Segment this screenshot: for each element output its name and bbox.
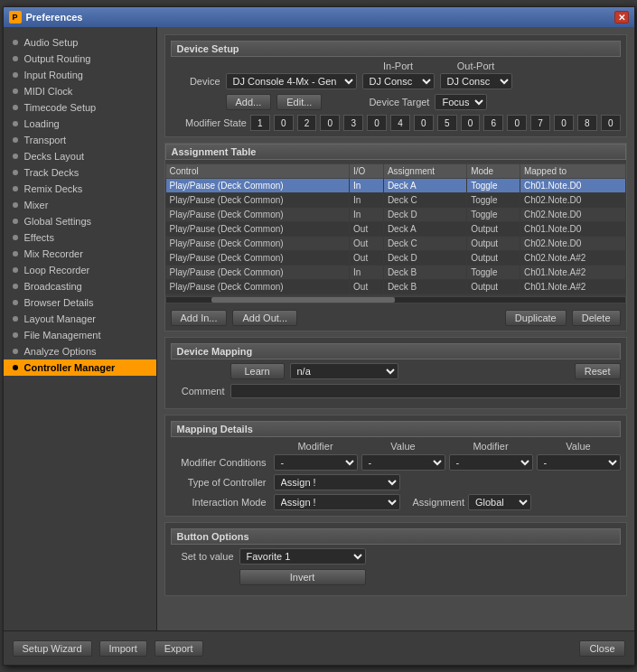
table-row[interactable]: Play/Pause (Deck Common)InDeck DToggleCh… xyxy=(165,208,625,222)
sidebar-item-12[interactable]: Effects xyxy=(4,229,156,246)
sidebar-item-18[interactable]: File Management xyxy=(4,327,156,343)
outport-select[interactable]: DJ Consc xyxy=(440,73,512,89)
table-row[interactable]: Play/Pause (Deck Common)OutDeck COutputC… xyxy=(165,237,625,251)
sidebar-dot-20 xyxy=(13,365,18,370)
mod8-val[interactable]: 0 xyxy=(601,115,621,131)
device-select[interactable]: DJ Console 4-Mx - Gen xyxy=(226,73,357,89)
mod1-val[interactable]: 0 xyxy=(274,115,294,131)
mod6-num: 6 xyxy=(483,115,503,131)
window-close-button[interactable]: ✕ xyxy=(614,11,629,23)
sidebar-label-11: Global Settings xyxy=(24,216,92,227)
duplicate-button[interactable]: Duplicate xyxy=(505,310,567,326)
sidebar-item-17[interactable]: Layout Manager xyxy=(4,311,156,327)
inport-select[interactable]: DJ Consc xyxy=(362,73,435,89)
table-left-buttons: Add In... Add Out... xyxy=(171,310,298,326)
add-in-button[interactable]: Add In... xyxy=(171,310,228,326)
edit-button[interactable]: Edit... xyxy=(276,94,322,110)
modifier-conditions-label: Modifier Conditions xyxy=(171,457,270,468)
assignment-table-header: Assignment Table xyxy=(165,144,626,160)
sidebar-dot-13 xyxy=(13,251,18,257)
device-target-label: Device Target xyxy=(369,97,429,107)
mod-cond-val1[interactable]: - xyxy=(361,454,445,471)
interaction-mode-select[interactable]: Assign ! xyxy=(274,494,400,510)
sidebar-item-19[interactable]: Analyze Options xyxy=(4,343,156,359)
sidebar-item-2[interactable]: Input Routing xyxy=(4,67,156,83)
mod-cond-select2[interactable]: - xyxy=(449,454,533,471)
sidebar-dot-18 xyxy=(13,332,18,338)
assignment-table-section: Assignment Table Control I/O Assignment … xyxy=(164,143,627,331)
sidebar-item-6[interactable]: Transport xyxy=(4,132,156,148)
close-button[interactable]: Close xyxy=(579,640,624,657)
sidebar-dot-16 xyxy=(13,300,18,305)
mod-cond-val2[interactable]: - xyxy=(537,454,621,471)
set-to-value-select[interactable]: Favorite 1 xyxy=(239,548,366,565)
learn-button[interactable]: Learn xyxy=(230,363,285,379)
device-mapping-section: Device Mapping Learn n/a Reset Comment xyxy=(164,337,627,409)
mod6-val[interactable]: 0 xyxy=(507,115,527,131)
device-mapping-header: Device Mapping xyxy=(171,343,621,359)
button-options-section: Button Options Set to value Favorite 1 I… xyxy=(164,522,627,596)
sidebar-label-9: Remix Decks xyxy=(24,183,83,194)
table-scrollbar[interactable] xyxy=(165,296,626,303)
sidebar-item-7[interactable]: Decks Layout xyxy=(4,148,156,164)
mod2-val[interactable]: 0 xyxy=(320,115,340,131)
sidebar-item-9[interactable]: Remix Decks xyxy=(4,181,156,197)
table-row[interactable]: Play/Pause (Deck Common)OutDeck BOutputC… xyxy=(165,280,625,294)
sidebar-item-15[interactable]: Broadcasting xyxy=(4,278,156,294)
device-target-select[interactable]: Focus xyxy=(435,94,487,110)
table-row[interactable]: Play/Pause (Deck Common)InDeck BToggleCh… xyxy=(165,266,625,280)
mod5-val[interactable]: 0 xyxy=(461,115,481,131)
mod1-num: 1 xyxy=(250,115,270,131)
mod7-val[interactable]: 0 xyxy=(554,115,574,131)
table-row[interactable]: Play/Pause (Deck Common)InDeck CToggleCh… xyxy=(165,193,625,208)
assignment-label: Assignment xyxy=(413,497,464,508)
table-row[interactable]: Play/Pause (Deck Common)InDeck AToggleCh… xyxy=(165,179,625,193)
modifier-col-header1: Modifier xyxy=(274,441,358,452)
sidebar-label-3: MIDI Clock xyxy=(24,86,73,97)
sidebar-item-1[interactable]: Output Routing xyxy=(4,51,156,67)
sidebar-item-13[interactable]: Mix Recorder xyxy=(4,246,156,262)
assignment-select[interactable]: Global xyxy=(468,494,531,510)
button-options-header: Button Options xyxy=(171,528,621,545)
sidebar: Audio SetupOutput RoutingInput RoutingMI… xyxy=(4,27,157,630)
comment-input[interactable] xyxy=(230,384,621,398)
col-mode: Mode xyxy=(467,164,520,179)
add-button[interactable]: Add... xyxy=(226,94,272,110)
table-row[interactable]: Play/Pause (Deck Common)OutDeck AOutputC… xyxy=(165,222,625,237)
mapping-value-select[interactable]: n/a xyxy=(290,363,398,379)
device-setup-header: Device Setup xyxy=(171,41,621,57)
reset-button[interactable]: Reset xyxy=(575,363,621,379)
sidebar-item-4[interactable]: Timecode Setup xyxy=(4,99,156,116)
delete-button[interactable]: Delete xyxy=(572,310,621,326)
sidebar-label-0: Audio Setup xyxy=(24,37,79,48)
modifier-col-header2: Modifier xyxy=(449,441,533,452)
sidebar-item-10[interactable]: Mixer xyxy=(4,197,156,213)
table-row[interactable]: Play/Pause (Deck Common)OutDeck DOutputC… xyxy=(165,251,625,266)
mod4-val[interactable]: 0 xyxy=(414,115,434,131)
sidebar-item-8[interactable]: Track Decks xyxy=(4,164,156,181)
invert-button[interactable]: Invert xyxy=(239,569,366,585)
export-button[interactable]: Export xyxy=(155,640,203,657)
sidebar-item-20[interactable]: Controller Manager xyxy=(4,359,156,376)
mod3-num: 3 xyxy=(343,115,363,131)
sidebar-item-14[interactable]: Loop Recorder xyxy=(4,262,156,278)
sidebar-item-5[interactable]: Loading xyxy=(4,116,156,132)
sidebar-label-13: Mix Recorder xyxy=(24,248,83,259)
comment-label: Comment xyxy=(171,386,225,397)
mod2-num: 2 xyxy=(297,115,317,131)
table-button-row: Add In... Add Out... Duplicate Delete xyxy=(165,305,626,331)
setup-wizard-button[interactable]: Setup Wizard xyxy=(13,640,92,657)
sidebar-label-20: Controller Manager xyxy=(24,362,116,373)
type-of-controller-select[interactable]: Assign ! xyxy=(274,474,400,490)
import-button[interactable]: Import xyxy=(99,640,147,657)
sidebar-item-3[interactable]: MIDI Clock xyxy=(4,83,156,99)
mod3-val[interactable]: 0 xyxy=(367,115,387,131)
sidebar-item-0[interactable]: Audio Setup xyxy=(4,34,156,51)
sidebar-item-16[interactable]: Browser Details xyxy=(4,294,156,311)
set-to-value-row: Set to value Favorite 1 xyxy=(171,548,621,565)
mod-cond-select1[interactable]: - xyxy=(274,454,358,471)
sidebar-dot-3 xyxy=(13,89,18,94)
sidebar-item-11[interactable]: Global Settings xyxy=(4,213,156,229)
sidebar-dot-4 xyxy=(13,105,18,110)
add-out-button[interactable]: Add Out... xyxy=(232,310,297,326)
